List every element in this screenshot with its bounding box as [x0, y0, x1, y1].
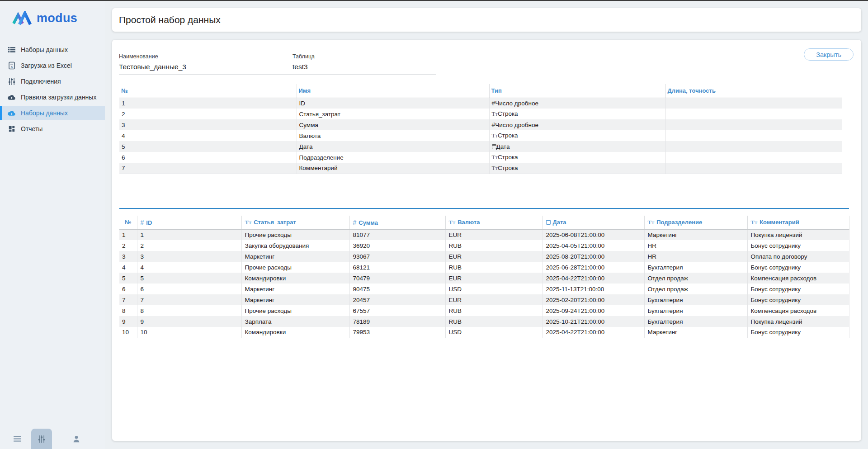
table-cell: Отдел продаж: [644, 284, 747, 294]
data-column-header: TTВалюта: [445, 216, 542, 229]
table-cell: Маркетинг: [644, 327, 747, 338]
table-cell: Бонус сотруднику: [747, 327, 849, 338]
schema-row-num: 4: [119, 130, 297, 141]
schema-row-num: 2: [119, 109, 297, 119]
data-header-row: №#IDTTСтатья_затрат#СуммаTTВалютаДатаTTП…: [119, 216, 849, 229]
table-row[interactable]: 22Закупка оборудования36920RUB2025-04-05…: [119, 240, 849, 251]
table-cell: USD: [445, 327, 542, 338]
schema-field-type: TTСтрока: [489, 152, 665, 163]
table-cell: 2025-06-28T21:00:00: [542, 262, 644, 273]
schema-field-name: Статья_затрат: [297, 109, 489, 119]
table-cell: 2025-11-13T21:00:00: [542, 284, 644, 294]
sidebar-item-excel-import[interactable]: xЗагрузка из Excel: [0, 58, 105, 73]
schema-table-body: 1ID#Число дробное2Статья_затратTTСтрока3…: [119, 98, 842, 174]
data-column-label: №: [125, 219, 132, 226]
table-cell: Оплата по договору: [747, 251, 849, 262]
filters-button[interactable]: [31, 429, 52, 449]
data-column-label: Сумма: [359, 219, 378, 226]
table-cell: 9: [119, 316, 137, 327]
schema-field-name: Дата: [297, 141, 489, 152]
table-cell: 10: [137, 327, 241, 338]
table-cell: Командировки: [241, 327, 349, 338]
user-button[interactable]: [66, 429, 87, 449]
table-cell: 6: [137, 284, 241, 294]
schema-field-length: [665, 119, 842, 130]
schema-field-type: TTСтрока: [489, 130, 665, 141]
cloud-download-icon: [7, 109, 16, 118]
table-row[interactable]: 88Прочие расходы67557RUB2025-09-24T21:00…: [119, 305, 849, 316]
schema-row[interactable]: 4ВалютаTTСтрока: [119, 130, 842, 141]
table-row[interactable]: 55Командировки70479EUR2025-04-22T21:00:0…: [119, 273, 849, 284]
table-cell: RUB: [445, 305, 542, 316]
sidebar-footer: [0, 428, 105, 449]
table-cell: 20457: [349, 294, 445, 305]
table-cell: Закупка оборудования: [241, 240, 349, 251]
sidebar: modus Наборы данныхxЗагрузка из ExcelПод…: [0, 1, 105, 449]
table-cell: 1: [119, 229, 137, 240]
table-cell: 93067: [349, 251, 445, 262]
sidebar-item-datasets[interactable]: Наборы данных: [0, 106, 105, 120]
data-column-header: TTКомментарий: [747, 216, 849, 229]
schema-row[interactable]: 5ДатаДата: [119, 141, 842, 152]
table-cell: Прочие расходы: [241, 229, 349, 240]
table-cell: Бухгалтерия: [644, 294, 747, 305]
section-divider: [119, 208, 849, 209]
table-row[interactable]: 33Маркетинг93067EUR2025-08-20T21:00:00HR…: [119, 251, 849, 262]
schema-row-num: 1: [119, 98, 297, 109]
table-cell: RUB: [445, 240, 542, 251]
schema-row[interactable]: 3Сумма#Число дробное: [119, 119, 842, 130]
close-button[interactable]: Закрыть: [804, 48, 854, 61]
menu-button[interactable]: [7, 429, 28, 449]
table-cell: EUR: [445, 273, 542, 284]
table-cell: 3: [137, 251, 241, 262]
schema-field-type: TTСтрока: [489, 109, 665, 119]
table-cell: EUR: [445, 229, 542, 240]
data-column-label: ID: [146, 219, 152, 226]
sidebar-item-connections[interactable]: Подключения: [0, 74, 105, 89]
table-cell: 4: [119, 262, 137, 273]
sidebar-item-datasets-list[interactable]: Наборы данных: [0, 43, 105, 57]
sidebar-item-load-rules[interactable]: Правила загрузки данных: [0, 90, 105, 104]
number-icon: #: [141, 219, 144, 226]
sidebar-item-label: Наборы данных: [21, 109, 68, 117]
schema-field-length: [665, 141, 842, 152]
table-field[interactable]: [292, 63, 436, 75]
sidebar-item-reports[interactable]: Отчеты: [0, 122, 105, 136]
table-row[interactable]: 99Зарплата78189RUB2025-10-21T21:00:00Бух…: [119, 316, 849, 327]
table-row[interactable]: 66Маркетинг90475USD2025-11-13T21:00:00От…: [119, 284, 849, 294]
table-cell: Маркетинг: [241, 284, 349, 294]
table-cell: HR: [644, 251, 747, 262]
table-row[interactable]: 1010Командировки79953USD2025-04-22T21:00…: [119, 327, 849, 338]
grid-icon: [7, 125, 16, 133]
table-row[interactable]: 11Прочие расходы81077EUR2025-06-08T21:00…: [119, 229, 849, 240]
table-row[interactable]: 44Прочие расходы68121RUB2025-06-28T21:00…: [119, 262, 849, 273]
table-cell: 10: [119, 327, 137, 338]
modus-logo[interactable]: modus: [12, 11, 77, 25]
data-column-header: #ID: [137, 216, 241, 229]
schema-row-num: 6: [119, 152, 297, 163]
table-cell: 2025-04-22T21:00:00: [542, 273, 644, 284]
schema-row[interactable]: 2Статья_затратTTСтрока: [119, 109, 842, 119]
schema-row[interactable]: 1ID#Число дробное: [119, 98, 842, 109]
table-cell: Прочие расходы: [241, 305, 349, 316]
table-cell: 90475: [349, 284, 445, 294]
table-field-label: Таблица: [292, 53, 436, 60]
user-icon: [72, 435, 81, 444]
table-cell: 5: [119, 273, 137, 284]
schema-column-header: Длина, точность: [665, 84, 842, 98]
date-icon: [546, 220, 551, 225]
schema-row[interactable]: 7КомментарийTTСтрока: [119, 163, 842, 174]
table-cell: Бонус сотруднику: [747, 284, 849, 294]
data-column-header: TTПодразделение: [644, 216, 747, 229]
table-cell: Маркетинг: [241, 251, 349, 262]
table-row[interactable]: 77Маркетинг20457EUR2025-02-20T21:00:00Бу…: [119, 294, 849, 305]
dataset-panel: Закрыть Наименование Таблица №ИмяТипДлин…: [112, 40, 861, 441]
schema-row-num: 7: [119, 163, 297, 174]
menu-icon: [13, 434, 22, 444]
schema-column-header: №: [119, 84, 297, 98]
data-table-body: 11Прочие расходы81077EUR2025-06-08T21:00…: [119, 229, 849, 338]
data-column-label: Комментарий: [760, 219, 799, 226]
table-field-group: Таблица: [292, 53, 436, 75]
schema-row[interactable]: 6ПодразделениеTTСтрока: [119, 152, 842, 163]
table-cell: 7: [119, 294, 137, 305]
